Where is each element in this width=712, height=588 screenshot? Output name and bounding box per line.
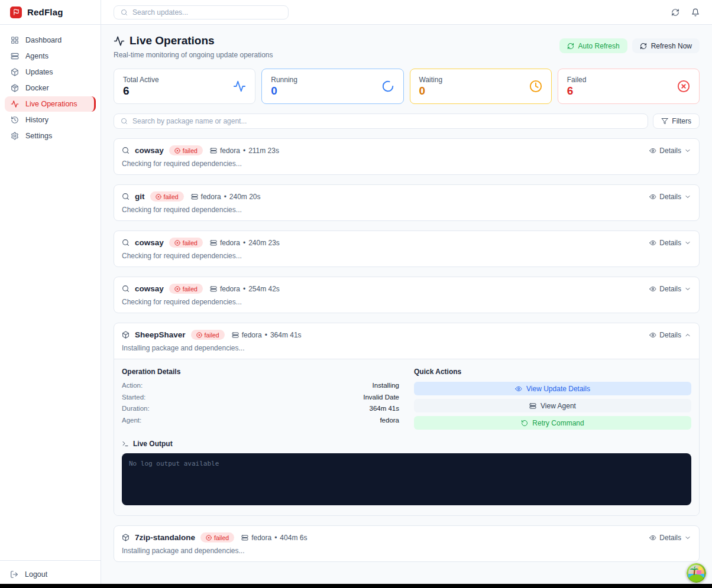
topbar-icons bbox=[671, 8, 700, 17]
server-icon bbox=[11, 52, 19, 60]
retry-command-button[interactable]: Retry Command bbox=[414, 416, 691, 430]
eye-icon bbox=[515, 385, 522, 392]
chevron-down-icon bbox=[684, 193, 691, 200]
history-icon bbox=[11, 116, 19, 124]
sidebar: RedFlag Dashboard Agents Updates Docker … bbox=[0, 0, 101, 588]
operation-message: Checking for required dependencies... bbox=[114, 248, 699, 267]
server-icon bbox=[210, 285, 217, 293]
details-toggle[interactable]: Details bbox=[649, 193, 691, 201]
global-search-input[interactable] bbox=[132, 8, 281, 17]
sidebar-item-live-operations[interactable]: Live Operations bbox=[5, 96, 96, 112]
agent-name: fedora bbox=[242, 331, 262, 339]
operation-card: git failed fedora•240m 20s Details Check… bbox=[114, 184, 700, 221]
stat-card-total-active: Total Active 6 bbox=[114, 69, 255, 104]
operation-details-panel: Operation Details Action:Installing Star… bbox=[114, 359, 699, 515]
stats-row: Total Active 6 Running 0 Waiting 0 bbox=[114, 69, 700, 104]
duration: 240m 23s bbox=[248, 239, 280, 247]
sidebar-item-settings[interactable]: Settings bbox=[5, 128, 96, 144]
operation-meta: fedora•211m 23s bbox=[210, 147, 279, 155]
details-toggle[interactable]: Details bbox=[649, 147, 691, 155]
duration: 404m 6s bbox=[280, 534, 307, 542]
sidebar-item-agents[interactable]: Agents bbox=[5, 48, 96, 64]
sidebar-item-history[interactable]: History bbox=[5, 112, 96, 128]
sidebar-item-docker[interactable]: Docker bbox=[5, 80, 96, 96]
global-search[interactable] bbox=[114, 5, 289, 20]
view-update-details-button[interactable]: View Update Details bbox=[414, 382, 691, 395]
search-icon bbox=[122, 193, 130, 200]
x-circle-icon bbox=[206, 535, 212, 541]
status-badge: failed bbox=[169, 145, 203, 155]
package-name: 7zip-standalone bbox=[135, 533, 195, 542]
sidebar-item-label: History bbox=[25, 116, 48, 124]
island-floating-button[interactable] bbox=[687, 563, 706, 583]
x-circle-icon bbox=[196, 332, 202, 338]
refresh-icon[interactable] bbox=[671, 8, 679, 17]
operations-search[interactable] bbox=[114, 113, 648, 129]
logout-icon bbox=[10, 570, 18, 579]
refresh-icon bbox=[640, 43, 647, 50]
operation-message: Checking for required dependencies... bbox=[114, 294, 699, 313]
search-icon bbox=[121, 9, 128, 16]
duration: 364m 41s bbox=[270, 331, 302, 339]
logout-label: Logout bbox=[25, 570, 47, 579]
duration: 254m 42s bbox=[248, 285, 280, 293]
package-name: git bbox=[135, 192, 145, 201]
operation-meta: fedora•404m 6s bbox=[241, 534, 307, 542]
operation-card: 7zip-standalone failed fedora•404m 6s De… bbox=[114, 525, 700, 562]
detail-row: Started:Invalid Date bbox=[122, 394, 399, 401]
live-output-terminal[interactable]: No log output available bbox=[122, 453, 691, 505]
search-icon bbox=[122, 147, 130, 154]
box-icon bbox=[11, 84, 19, 92]
operation-card-expanded: SheepShaver failed fedora•364m 41s Detai… bbox=[114, 323, 700, 516]
bell-icon[interactable] bbox=[691, 8, 700, 17]
search-icon bbox=[121, 118, 128, 125]
sidebar-item-dashboard[interactable]: Dashboard bbox=[5, 33, 96, 48]
main-area: Live Operations Real-time monitoring of … bbox=[101, 0, 712, 588]
auto-refresh-button[interactable]: Auto Refresh bbox=[559, 38, 627, 53]
refresh-now-button[interactable]: Refresh Now bbox=[632, 38, 700, 53]
page-title: Live Operations bbox=[114, 34, 273, 47]
operation-card: cowsay failed fedora•240m 23s Details Ch… bbox=[114, 230, 700, 267]
chevron-down-icon bbox=[684, 534, 691, 541]
brand-logo: RedFlag bbox=[0, 0, 101, 25]
terminal-icon bbox=[122, 440, 129, 447]
server-icon bbox=[210, 147, 217, 154]
operation-meta: fedora•240m 23s bbox=[210, 239, 280, 247]
status-badge: failed bbox=[191, 330, 225, 340]
stat-value: 0 bbox=[271, 85, 297, 98]
view-agent-button[interactable]: View Agent bbox=[414, 399, 691, 412]
x-circle-icon bbox=[174, 148, 180, 154]
rotate-ccw-icon bbox=[521, 420, 528, 427]
x-circle-icon bbox=[174, 240, 180, 246]
eye-icon bbox=[649, 534, 656, 541]
status-badge: failed bbox=[200, 532, 234, 542]
filter-row: Filters bbox=[114, 113, 700, 129]
island-icon bbox=[687, 563, 706, 583]
operation-card: cowsay failed fedora•254m 42s Details Ch… bbox=[114, 277, 700, 313]
status-badge: failed bbox=[150, 191, 184, 202]
flag-icon bbox=[10, 7, 22, 18]
chevron-up-icon bbox=[684, 332, 691, 339]
status-badge: failed bbox=[169, 238, 203, 248]
details-toggle[interactable]: Details bbox=[649, 331, 691, 339]
activity-icon bbox=[11, 100, 19, 108]
sidebar-item-label: Dashboard bbox=[25, 36, 62, 44]
duration: 240m 20s bbox=[229, 193, 261, 201]
chevron-down-icon bbox=[684, 147, 691, 154]
details-toggle[interactable]: Details bbox=[649, 285, 691, 293]
details-toggle[interactable]: Details bbox=[649, 239, 691, 247]
filter-icon bbox=[661, 118, 668, 125]
sidebar-item-updates[interactable]: Updates bbox=[5, 64, 96, 80]
operations-search-input[interactable] bbox=[132, 117, 641, 125]
detail-row: Agent:fedora bbox=[122, 417, 399, 424]
operation-card: cowsay failed fedora•211m 23s Details Ch… bbox=[114, 138, 700, 175]
clock-icon bbox=[529, 80, 542, 93]
details-toggle[interactable]: Details bbox=[649, 534, 691, 542]
server-icon bbox=[191, 193, 198, 200]
operation-details-column: Operation Details Action:Installing Star… bbox=[122, 368, 399, 433]
operation-meta: fedora•240m 20s bbox=[191, 193, 261, 201]
server-icon bbox=[529, 402, 536, 410]
topbar bbox=[101, 0, 712, 25]
filters-button[interactable]: Filters bbox=[653, 113, 700, 129]
agent-name: fedora bbox=[251, 534, 271, 542]
